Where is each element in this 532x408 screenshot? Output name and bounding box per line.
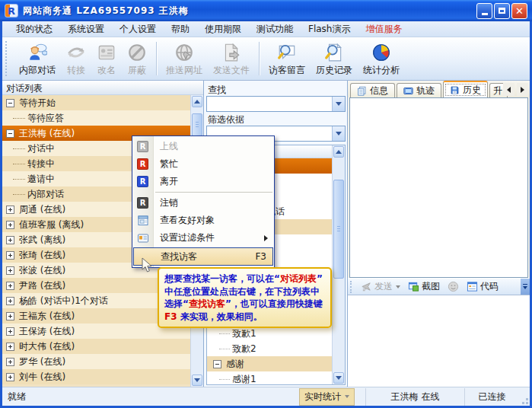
phrase-row-致歉1[interactable]: 致歉1 [207,326,332,341]
toolbar-button-内部对话[interactable]: 内部对话 [14,39,61,78]
toolbar-button-label: 改名 [97,64,116,77]
expand-plus-icon[interactable] [6,282,14,290]
close-icon: ✕ [515,6,524,16]
expand-plus-icon[interactable] [6,206,14,214]
tree-item-时大伟 (在线)[interactable]: 时大伟 (在线) [2,339,190,354]
main-toolbar: 内部对话转接改名屏蔽推送网址发送文件访客留言历史记录统计分析 [2,37,530,81]
menu-item-注销[interactable]: R注销 [132,194,274,212]
menubar-item-个人设置[interactable]: 个人设置 [112,21,164,37]
scroll-thumb[interactable] [192,113,202,136]
expand-plus-icon[interactable] [6,297,14,305]
phrase-row-致歉2[interactable]: 致歉2 [207,341,332,356]
status-user: 王洪梅 在线 [365,388,464,406]
tree-item-label: 周通 (在线) [19,203,65,216]
tree-item-label: 刘牛 (在线) [19,371,65,384]
find-label: 查找 [206,84,346,96]
tree-branch-line [13,164,25,164]
toolbar-grip[interactable] [350,281,353,293]
tree-item-等待开始[interactable]: 等待开始 [2,95,190,110]
menubar-item-使用期限[interactable]: 使用期限 [197,21,249,37]
menu-item-label: 繁忙 [160,158,268,171]
tree-item-label: 值班客服 (离线) [19,218,84,231]
toolbar-button-label: 内部对话 [19,64,56,77]
phrase-row-感谢1[interactable]: 感谢1 [207,371,332,384]
toolbar-button-统计分析[interactable]: 统计分析 [358,39,405,78]
menu-item-繁忙[interactable]: R繁忙 [132,155,274,173]
menubar-item-我的状态[interactable]: 我的状态 [8,21,60,37]
phrase-list-scrollbar[interactable] [332,145,345,384]
collapse-minus-icon[interactable] [6,129,14,138]
toolbar-button-推送网址: 推送网址 [161,39,208,78]
expand-plus-icon[interactable] [6,236,14,244]
scroll-up-icon[interactable] [333,146,344,158]
stats-analysis-icon [371,43,391,62]
tooltip-text: 对话列表 [280,273,317,284]
expand-plus-icon[interactable] [6,266,14,275]
history-view [349,97,528,278]
r-red-icon: R [136,158,149,171]
expand-plus-icon[interactable] [6,221,14,229]
tree-item-罗华 (在线)[interactable]: 罗华 (在线) [2,354,190,369]
message-toolbar-代码[interactable]: 代码 [463,279,502,294]
send-file-icon [221,43,241,62]
find-combobox[interactable] [206,96,346,112]
tree-item-等待应答[interactable]: 等待应答 [2,110,190,126]
internal-chat-icon [27,43,47,62]
phrase-row-感谢[interactable]: 感谢 [207,356,332,371]
expand-plus-icon[interactable] [6,343,14,351]
toolbar-button-历史记录[interactable]: 历史记录 [311,39,358,78]
tab-scroll-right-icon[interactable] [517,83,528,96]
menu-item-查看友好对象[interactable]: 查看友好对象 [132,212,274,229]
filter-combobox-arrow-icon[interactable] [332,126,345,141]
tab-label: 信息 [370,84,388,97]
menubar-item-测试功能[interactable]: 测试功能 [249,21,301,37]
menubar-item-系统设置[interactable]: 系统设置 [60,21,112,37]
scroll-up-icon[interactable] [192,96,202,107]
menubar-item-增值服务[interactable]: 增值服务 [358,21,409,37]
code-icon [467,281,478,292]
resize-grip[interactable] [519,390,530,406]
expand-plus-icon[interactable] [6,373,14,381]
tab-轨迹[interactable]: 轨迹 [397,83,441,97]
realtime-stats-button[interactable]: 实时统计 [299,388,355,406]
message-input[interactable] [348,295,530,387]
collapse-minus-icon[interactable] [6,99,14,107]
find-combobox-arrow-icon[interactable] [332,97,345,111]
phrase-row-label: 感谢 [226,358,244,371]
menu-item-查找访客[interactable]: 查找访客F3 [133,247,273,266]
expand-plus-icon[interactable] [6,312,14,320]
find-combobox-value [207,97,332,111]
menubar: 我的状态系统设置个人设置帮助使用期限测试功能Flash演示增值服务 [2,21,530,37]
maximize-button[interactable] [494,3,510,19]
filter-set-icon [136,231,149,244]
expand-plus-icon[interactable] [6,251,14,260]
tab-scroll-left-icon[interactable] [503,83,514,96]
toolbar-overflow-button[interactable] [521,279,530,295]
toolbar-button-屏蔽: 屏蔽 [122,39,152,78]
message-toolbar-截图[interactable]: 截图 [404,279,444,294]
toolbar-button-改名: 改名 [91,39,122,78]
scroll-thumb[interactable] [333,180,344,279]
toolbar-grip[interactable] [5,41,9,76]
toolbar-button-访客留言[interactable]: 访客留言 [263,39,311,78]
scroll-down-icon[interactable] [333,372,344,384]
rename-icon [97,43,116,62]
menubar-item-帮助[interactable]: 帮助 [164,21,197,37]
menubar-item-Flash演示[interactable]: Flash演示 [301,21,358,37]
minimize-button[interactable] [476,3,492,19]
menu-item-label: 设置过滤条件 [160,231,260,244]
menu-item-设置过滤条件[interactable]: 设置过滤条件 [132,229,274,247]
disk-icon [450,85,460,95]
menu-item-离开[interactable]: R离开 [132,173,274,190]
close-button[interactable]: ✕ [511,3,527,19]
block-icon [127,43,147,62]
tab-历史[interactable]: 历史 [443,81,488,97]
collapse-minus-icon[interactable] [213,360,221,368]
expand-plus-icon[interactable] [6,358,14,366]
tab-信息[interactable]: 信息 [350,83,395,97]
tree-item-刘牛 (在线)[interactable]: 刘牛 (在线) [2,369,190,384]
expand-plus-icon[interactable] [6,327,14,336]
scroll-down-icon[interactable] [192,375,202,386]
menu-item-label: 上线 [160,140,268,153]
message-toolbar-label: 发送 [374,280,393,293]
